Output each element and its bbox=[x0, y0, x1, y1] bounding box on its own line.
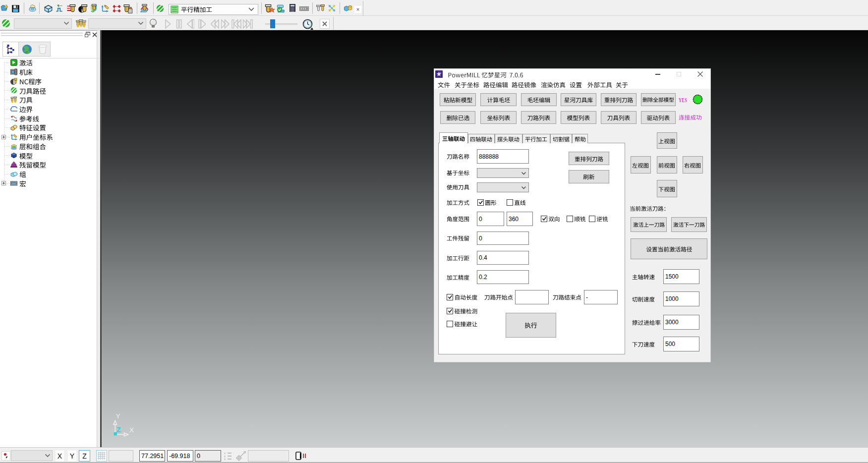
svg-text:z: z bbox=[224, 458, 226, 461]
svg-text:Z: Z bbox=[116, 426, 121, 434]
svg-text:X: X bbox=[129, 426, 134, 434]
svg-text:Y: Y bbox=[116, 412, 120, 420]
